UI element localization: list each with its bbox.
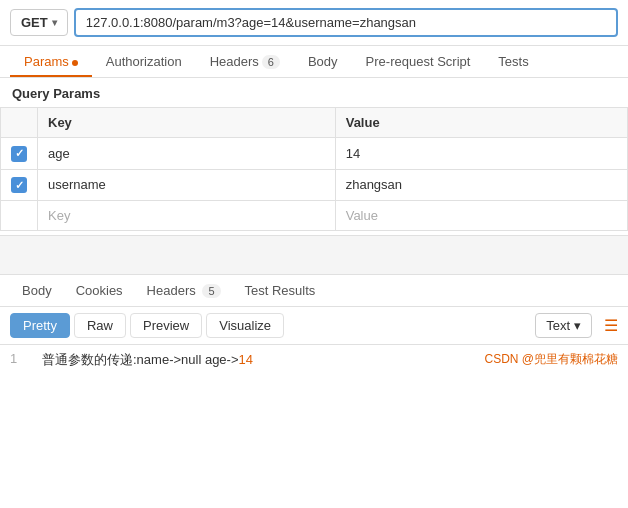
tab-params[interactable]: Params [10,46,92,77]
params-table: Key Value age 14 username zhangsan Key V… [0,107,628,231]
text-dropdown[interactable]: Text ▾ [535,313,592,338]
row2-checkbox-cell[interactable] [1,169,38,201]
bottom-tabs-row: Body Cookies Headers 5 Test Results [0,275,628,307]
row1-value[interactable]: 14 [335,138,627,170]
row1-checkbox[interactable] [11,146,27,162]
tab-headers[interactable]: Headers6 [196,46,294,77]
row1-key[interactable]: age [38,138,336,170]
col-key: Key [38,108,336,138]
row3-checkbox-cell [1,201,38,231]
tab-tests[interactable]: Tests [484,46,542,77]
table-row: age 14 [1,138,628,170]
tab-authorization[interactable]: Authorization [92,46,196,77]
table-row: username zhangsan [1,169,628,201]
pretty-button[interactable]: Pretty [10,313,70,338]
col-value: Value [335,108,627,138]
response-text-prefix: 普通参数的传递:name->null age-> [42,352,239,367]
raw-button[interactable]: Raw [74,313,126,338]
bottom-headers-badge: 5 [202,284,220,298]
bottom-tab-test-results[interactable]: Test Results [233,275,328,306]
bottom-tab-body[interactable]: Body [10,275,64,306]
response-text-highlight: 14 [239,352,253,367]
text-dropdown-label: Text [546,318,570,333]
visualize-button[interactable]: Visualize [206,313,284,338]
col-checkbox [1,108,38,138]
response-text: 普通参数的传递:name->null age->14 [42,351,253,369]
headers-badge: 6 [262,55,280,69]
tabs-row: Params Authorization Headers6 Body Pre-r… [0,46,628,78]
url-bar: GET ▾ [0,0,628,46]
tab-body[interactable]: Body [294,46,352,77]
table-row: Key Value [1,201,628,231]
row2-key[interactable]: username [38,169,336,201]
method-label: GET [21,15,48,30]
bottom-tab-cookies[interactable]: Cookies [64,275,135,306]
panel-divider [0,235,628,275]
url-input[interactable] [74,8,618,37]
text-dropdown-chevron: ▾ [574,318,581,333]
method-chevron-icon: ▾ [52,17,57,28]
row3-key-placeholder[interactable]: Key [38,201,336,231]
row2-checkbox[interactable] [11,177,27,193]
tab-prerequest[interactable]: Pre-request Script [352,46,485,77]
bottom-tab-headers[interactable]: Headers 5 [135,275,233,306]
row3-value-placeholder[interactable]: Value [335,201,627,231]
query-params-label: Query Params [0,78,628,107]
row1-checkbox-cell[interactable] [1,138,38,170]
response-toolbar: Pretty Raw Preview Visualize Text ▾ ☰ [0,307,628,345]
preview-button[interactable]: Preview [130,313,202,338]
filter-icon[interactable]: ☰ [604,316,618,335]
watermark: CSDN @兜里有颗棉花糖 [484,351,618,369]
params-active-dot [72,60,78,66]
method-select[interactable]: GET ▾ [10,9,68,36]
response-content: 1 普通参数的传递:name->null age->14 CSDN @兜里有颗棉… [0,345,628,375]
line-number: 1 [10,351,30,369]
row2-value[interactable]: zhangsan [335,169,627,201]
